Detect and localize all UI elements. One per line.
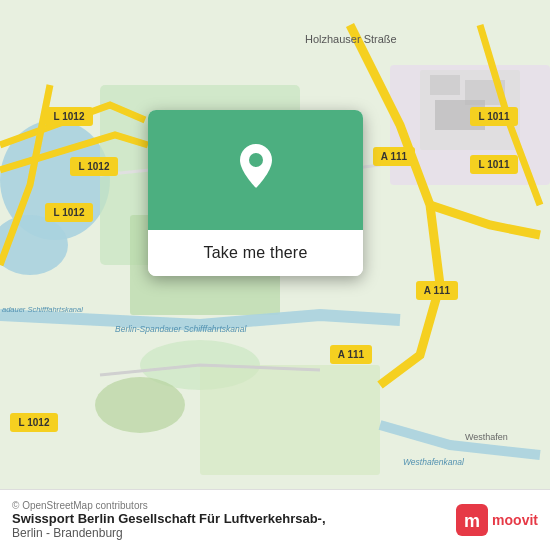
svg-rect-9 — [430, 75, 460, 95]
location-title: Swissport Berlin Gesellschaft Für Luftve… — [12, 511, 326, 526]
svg-text:Westhafen: Westhafen — [465, 432, 508, 442]
take-me-there-button[interactable]: Take me there — [148, 230, 363, 276]
popup-map-area — [148, 110, 363, 230]
svg-point-5 — [95, 377, 185, 433]
moovit-text: moovit — [492, 512, 538, 528]
svg-text:A 111: A 111 — [338, 349, 365, 360]
svg-text:m: m — [464, 511, 480, 531]
svg-text:Holzhauser Straße: Holzhauser Straße — [305, 33, 397, 45]
map-attribution: © OpenStreetMap contributors — [12, 500, 326, 511]
bottom-text-area: © OpenStreetMap contributors Swissport B… — [12, 500, 326, 540]
svg-text:A 111: A 111 — [424, 285, 451, 296]
bottom-bar: © OpenStreetMap contributors Swissport B… — [0, 489, 550, 550]
moovit-logo: m moovit — [456, 504, 538, 536]
svg-text:Berlin-Spandauer Schifffahrtsk: Berlin-Spandauer Schifffahrtskanal — [115, 324, 247, 334]
popup-card: Take me there — [148, 110, 363, 276]
svg-text:L 1012: L 1012 — [19, 417, 50, 428]
svg-rect-6 — [200, 365, 380, 475]
location-pin-icon — [234, 144, 278, 196]
moovit-icon: m — [456, 504, 488, 536]
location-subtitle: Berlin - Brandenburg — [12, 526, 326, 540]
svg-point-35 — [249, 153, 263, 167]
svg-text:L 1011: L 1011 — [479, 159, 510, 170]
svg-text:A 111: A 111 — [381, 151, 408, 162]
svg-text:L 1012: L 1012 — [54, 111, 85, 122]
svg-text:adauer Schifffahrtskanal: adauer Schifffahrtskanal — [2, 305, 83, 314]
svg-text:L 1011: L 1011 — [479, 111, 510, 122]
map-container: Holzhauser Straße L 1012 L 1012 L 1012 L… — [0, 0, 550, 550]
svg-text:L 1012: L 1012 — [54, 207, 85, 218]
svg-text:L 1012: L 1012 — [79, 161, 110, 172]
svg-text:Westhafenkanal: Westhafenkanal — [403, 457, 465, 467]
